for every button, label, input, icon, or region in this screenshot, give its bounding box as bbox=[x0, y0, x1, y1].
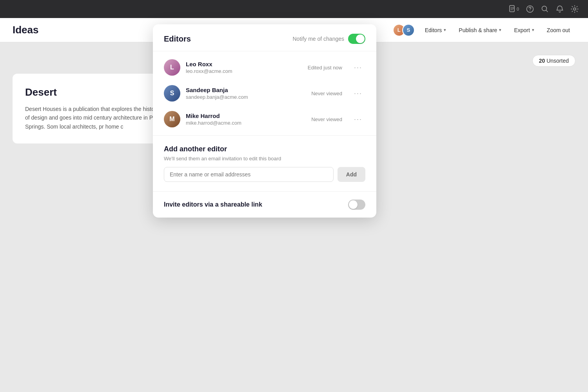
user-info: Mike Harrod mike.harrod@acme.com bbox=[186, 113, 306, 126]
user-name: Leo Roxx bbox=[186, 61, 302, 67]
search-icon[interactable] bbox=[541, 5, 549, 13]
user-more-button[interactable]: ··· bbox=[351, 62, 365, 73]
card-title: Desert bbox=[25, 86, 165, 98]
help-icon[interactable] bbox=[526, 5, 534, 13]
avatar: L bbox=[164, 59, 180, 76]
user-info: Leo Roxx leo.roxx@acme.com bbox=[186, 61, 302, 74]
export-button[interactable]: Export ▾ bbox=[508, 24, 539, 36]
chevron-down-icon: ▾ bbox=[444, 27, 446, 33]
add-editor-description: We'll send them an email invitation to e… bbox=[164, 156, 365, 162]
user-row: S Sandeep Banja sandeep.banja@acme.com N… bbox=[153, 80, 376, 106]
card-body: Desert Houses is a publication that expl… bbox=[25, 105, 165, 131]
user-email: mike.harrod@acme.com bbox=[186, 120, 306, 126]
toggle-knob bbox=[349, 200, 358, 209]
header-actions: L S Editors ▾ Publish & share ▾ Export ▾… bbox=[393, 24, 575, 36]
document-count-badge: 0 bbox=[517, 7, 519, 11]
chevron-down-icon: ▾ bbox=[499, 27, 501, 33]
user-row: L Leo Roxx leo.roxx@acme.com Edited just… bbox=[153, 54, 376, 80]
unsorted-badge: 20 Unsorted bbox=[532, 55, 575, 67]
editors-button[interactable]: Editors ▾ bbox=[419, 24, 452, 36]
add-editor-input[interactable] bbox=[164, 167, 334, 182]
invite-link-label: Invite editors via a shareable link bbox=[164, 201, 262, 208]
document-icon[interactable]: 0 bbox=[509, 5, 519, 13]
svg-point-4 bbox=[573, 8, 576, 10]
user-status: Edited just now bbox=[308, 65, 342, 71]
settings-icon[interactable] bbox=[571, 5, 579, 13]
editors-panel: Editors Notify me of changes L Leo Roxx … bbox=[153, 24, 376, 218]
user-status: Never viewed bbox=[311, 91, 342, 96]
notifications-icon[interactable] bbox=[556, 5, 564, 13]
toggle-knob bbox=[356, 34, 365, 43]
editors-panel-title: Editors bbox=[164, 34, 191, 44]
chevron-down-icon: ▾ bbox=[532, 27, 534, 33]
add-editor-section: Add another editor We'll send them an em… bbox=[153, 136, 376, 192]
invite-link-section: Invite editors via a shareable link bbox=[153, 192, 376, 218]
svg-point-2 bbox=[530, 11, 530, 11]
user-name: Sandeep Banja bbox=[186, 87, 306, 93]
user-info: Sandeep Banja sandeep.banja@acme.com bbox=[186, 87, 306, 100]
avatar: S bbox=[402, 24, 415, 36]
notify-row: Notify me of changes bbox=[292, 34, 365, 44]
publish-share-button[interactable]: Publish & share ▾ bbox=[453, 24, 507, 36]
content-card: Desert Desert Houses is a publication th… bbox=[13, 74, 177, 143]
add-editor-button[interactable]: Add bbox=[338, 167, 365, 182]
user-row: M Mike Harrod mike.harrod@acme.com Never… bbox=[153, 106, 376, 132]
invite-link-toggle[interactable] bbox=[348, 200, 365, 210]
user-list: L Leo Roxx leo.roxx@acme.com Edited just… bbox=[153, 51, 376, 136]
user-more-button[interactable]: ··· bbox=[351, 88, 365, 99]
user-status: Never viewed bbox=[311, 116, 342, 122]
notify-toggle[interactable] bbox=[348, 34, 365, 44]
user-email: leo.roxx@acme.com bbox=[186, 68, 302, 74]
user-email: sandeep.banja@acme.com bbox=[186, 94, 306, 100]
add-editor-title: Add another editor bbox=[164, 145, 365, 153]
user-more-button[interactable]: ··· bbox=[351, 114, 365, 125]
add-editor-row: Add bbox=[164, 167, 365, 182]
notify-label: Notify me of changes bbox=[292, 36, 344, 42]
avatar-group: L S bbox=[393, 24, 415, 36]
user-name: Mike Harrod bbox=[186, 113, 306, 119]
top-navbar: 0 bbox=[0, 0, 588, 18]
avatar: S bbox=[164, 85, 180, 102]
zoom-out-button[interactable]: Zoom out bbox=[541, 24, 575, 36]
avatar: M bbox=[164, 111, 180, 127]
editors-panel-header: Editors Notify me of changes bbox=[153, 24, 376, 51]
